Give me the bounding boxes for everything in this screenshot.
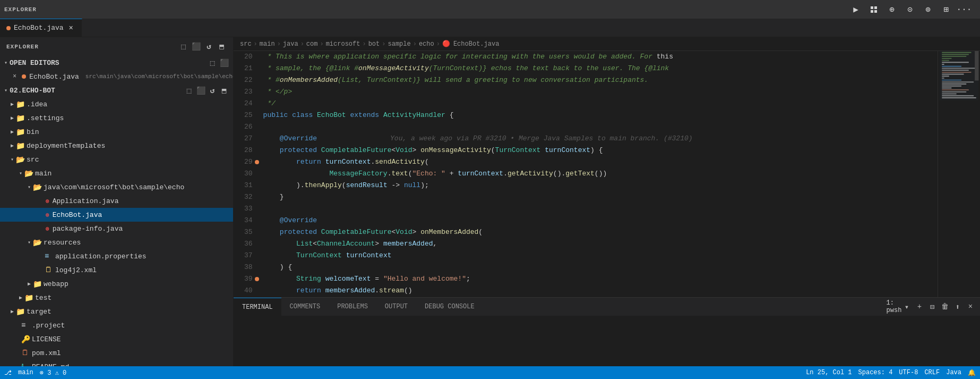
kill-terminal-icon[interactable]: 🗑 [940, 301, 950, 312]
terminal-selector[interactable]: 1: pwsh [889, 301, 899, 312]
bc-bot[interactable]: bot [368, 40, 380, 48]
code-line-23: * </p> [263, 86, 933, 98]
collapse-proj-icon[interactable]: ⬒ [219, 86, 229, 95]
idea-folder-icon: 📁 [16, 100, 24, 109]
debug-console-tab[interactable]: DEBUG CONSOLE [416, 298, 483, 316]
code-line-29: return turnContext.sendActivity( [263, 156, 933, 168]
close-editor-icon[interactable]: × [13, 73, 16, 80]
debug-button[interactable] [866, 2, 881, 17]
tree-item-package-info[interactable]: ⊗ package-info.java [0, 222, 233, 235]
status-errors[interactable]: ⊗ 3 ⚠ 0 [40, 369, 66, 377]
status-ln-col[interactable]: Ln 25, Col 1 [806, 369, 852, 376]
tree-item-pomxml[interactable]: 🗒 pom.xml [0, 346, 233, 360]
java-path-label: java\com\microsoft\bot\sample\echo [44, 183, 184, 191]
tree-item-dot-project[interactable]: ≡ .project [0, 318, 233, 332]
new-terminal-icon[interactable]: + [914, 301, 925, 312]
tab-close-button[interactable]: × [67, 24, 75, 32]
bottom-panel: TERMINAL COMMENTS PROBLEMS OUTPUT DEBUG … [234, 297, 980, 366]
main-chevron: ▾ [19, 170, 22, 176]
tree-item-resources[interactable]: ▾ 📂 resources [0, 235, 233, 249]
new-file-proj-icon[interactable]: ⬚ [184, 86, 194, 95]
bc-echo[interactable]: echo [419, 40, 434, 48]
back-button[interactable]: ⊚ [921, 2, 935, 17]
comments-tab[interactable]: COMMENTS [281, 298, 329, 316]
target-chevron: ▶ [11, 308, 14, 315]
split-terminal-icon[interactable]: ⊟ [927, 301, 938, 312]
bc-com[interactable]: com [306, 40, 318, 48]
close-panel-icon[interactable]: × [965, 301, 976, 312]
new-folder-proj-icon[interactable]: ⬛ [196, 86, 205, 95]
status-encoding[interactable]: UTF-8 [899, 369, 918, 376]
code-line-35: protected CompletableFuture<Void> onMemb… [263, 226, 933, 238]
status-lang[interactable]: Java [946, 369, 961, 376]
tree-item-deployment[interactable]: ▶ 📁 deploymentTemplates [0, 139, 233, 153]
tree-item-idea[interactable]: ▶ 📁 .idea [0, 97, 233, 111]
terminal-maximize-icon[interactable]: ⬆ [952, 301, 963, 312]
more-button[interactable]: ··· [957, 2, 972, 17]
terminal-content[interactable] [234, 316, 980, 366]
svg-rect-3 [874, 10, 877, 13]
license-icon: 🔑 [21, 335, 30, 344]
bc-main[interactable]: main [260, 40, 275, 48]
tree-item-src[interactable]: ▾ 📂 src [0, 153, 233, 166]
bc-sample[interactable]: sample [388, 40, 410, 48]
title-bar: EXPLORER ▶ ⊕ ⊙ ⊚ ⊞ ··· [0, 0, 980, 19]
problems-tab-label: PROBLEMS [337, 303, 368, 310]
deployment-label: deploymentTemplates [27, 142, 105, 150]
code-line-24: */ [263, 98, 933, 110]
code-line-39: String welcomeText = "Hello and welcome!… [263, 273, 933, 285]
status-branch[interactable]: main [18, 369, 33, 376]
tree-item-application[interactable]: ⊗ Application.java [0, 194, 233, 208]
open-editors-label: OPEN EDITORS [10, 59, 59, 67]
refresh-proj-icon[interactable]: ↺ [208, 86, 217, 95]
code-lines: * This is where application specific log… [259, 51, 938, 297]
run-button[interactable]: ▶ [848, 2, 863, 17]
new-folder-icon[interactable]: ⬛ [192, 42, 201, 52]
main-label: main [35, 170, 51, 178]
code-area[interactable]: 20 21 22 23 24 25 26 27 28 29 30 31 32 3… [234, 51, 938, 297]
collapse-icon[interactable]: ⬒ [217, 42, 227, 52]
license-label: LICENSE [32, 335, 61, 343]
tree-item-test[interactable]: ▶ 📁 test [0, 291, 233, 305]
tree-item-echobot[interactable]: ⊗ EchoBot.java [0, 208, 233, 222]
open-editor-echobot[interactable]: × EchoBot.java src\main\java\com\microso… [0, 70, 233, 83]
close-all-icon[interactable]: ⬛ [219, 58, 229, 68]
package-info-label: package-info.java [53, 225, 123, 233]
tree-item-webapp[interactable]: ▶ 📁 webapp [0, 277, 233, 291]
code-line-31: ).thenApply(sendResult -> null); [263, 180, 933, 191]
terminal-dropdown-icon[interactable]: ▾ [901, 301, 912, 312]
output-tab[interactable]: OUTPUT [376, 298, 416, 316]
tree-item-settings[interactable]: ▶ 📁 .settings [0, 111, 233, 125]
bc-file[interactable]: EchoBot.java [453, 40, 499, 48]
editor-area: src › main › java › com › microsoft › bo… [234, 37, 980, 366]
deployment-chevron: ▶ [11, 142, 14, 149]
tree-item-license[interactable]: 🔑 LICENSE [0, 332, 233, 346]
webapp-folder-icon: 📁 [33, 280, 41, 289]
tree-item-appprops[interactable]: ≡ application.properties [0, 249, 233, 263]
tree-item-java-path[interactable]: ▾ 📂 java\com\microsoft\bot\sample\echo [0, 180, 233, 194]
tree-item-bin[interactable]: ▶ 📁 bin [0, 125, 233, 139]
save-all-icon[interactable]: ⬚ [208, 58, 217, 68]
terminal-tab[interactable]: TERMINAL [234, 298, 281, 316]
new-file-icon[interactable]: ⬚ [179, 42, 188, 52]
tree-item-target[interactable]: ▶ 📁 target [0, 305, 233, 318]
open-editors-section[interactable]: ▾ OPEN EDITORS ⬚ ⬛ [0, 56, 233, 70]
echobot-tab[interactable]: EchoBot.java × [0, 19, 82, 37]
project-chevron: ▾ [4, 87, 7, 94]
status-eol[interactable]: CRLF [924, 369, 940, 376]
forward-button[interactable]: ⊙ [902, 2, 917, 17]
refresh-icon[interactable]: ↺ [204, 42, 214, 52]
split-button[interactable]: ⊞ [939, 2, 953, 17]
project-section[interactable]: ▾ 02.ECHO-BOT ⬚ ⬛ ↺ ⬒ [0, 83, 233, 97]
bc-microsoft[interactable]: microsoft [326, 40, 360, 48]
bc-java[interactable]: java [283, 40, 298, 48]
remote-button[interactable]: ⊕ [884, 2, 899, 17]
problems-tab[interactable]: PROBLEMS [329, 298, 376, 316]
status-spaces[interactable]: Spaces: 4 [858, 369, 893, 376]
bc-src[interactable]: src [240, 40, 252, 48]
tree-item-main[interactable]: ▾ 📂 main [0, 166, 233, 180]
tree-item-log4j[interactable]: 🗒 log4j2.xml [0, 263, 233, 277]
status-notifications[interactable]: 🔔 [968, 369, 976, 377]
tree-item-readme[interactable]: ℹ README.md [0, 360, 233, 366]
pomxml-label: pom.xml [32, 349, 61, 357]
